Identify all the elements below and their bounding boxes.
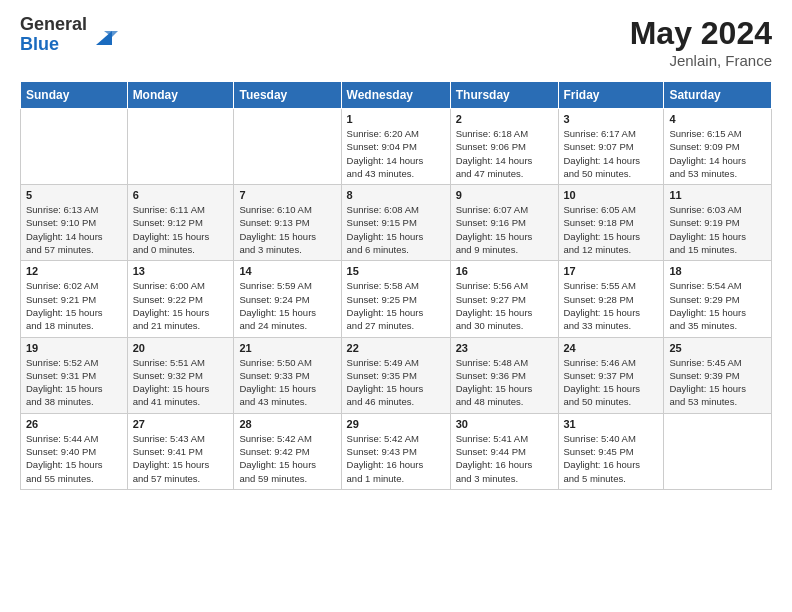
day-number: 22 — [347, 342, 445, 354]
calendar-cell: 2Sunrise: 6:18 AM Sunset: 9:06 PM Daylig… — [450, 109, 558, 185]
calendar-cell: 16Sunrise: 5:56 AM Sunset: 9:27 PM Dayli… — [450, 261, 558, 337]
calendar-cell: 6Sunrise: 6:11 AM Sunset: 9:12 PM Daylig… — [127, 185, 234, 261]
day-number: 25 — [669, 342, 766, 354]
week-row-3: 19Sunrise: 5:52 AM Sunset: 9:31 PM Dayli… — [21, 337, 772, 413]
day-info: Sunrise: 5:58 AM Sunset: 9:25 PM Dayligh… — [347, 279, 445, 332]
calendar-cell — [127, 109, 234, 185]
day-number: 7 — [239, 189, 335, 201]
day-number: 6 — [133, 189, 229, 201]
col-thursday: Thursday — [450, 82, 558, 109]
calendar-cell: 11Sunrise: 6:03 AM Sunset: 9:19 PM Dayli… — [664, 185, 772, 261]
svg-marker-1 — [104, 31, 118, 37]
header-row: Sunday Monday Tuesday Wednesday Thursday… — [21, 82, 772, 109]
day-number: 10 — [564, 189, 659, 201]
calendar-cell: 27Sunrise: 5:43 AM Sunset: 9:41 PM Dayli… — [127, 413, 234, 489]
calendar-cell: 22Sunrise: 5:49 AM Sunset: 9:35 PM Dayli… — [341, 337, 450, 413]
day-info: Sunrise: 5:41 AM Sunset: 9:44 PM Dayligh… — [456, 432, 553, 485]
day-info: Sunrise: 6:18 AM Sunset: 9:06 PM Dayligh… — [456, 127, 553, 180]
calendar-cell: 7Sunrise: 6:10 AM Sunset: 9:13 PM Daylig… — [234, 185, 341, 261]
day-info: Sunrise: 5:46 AM Sunset: 9:37 PM Dayligh… — [564, 356, 659, 409]
day-info: Sunrise: 5:45 AM Sunset: 9:39 PM Dayligh… — [669, 356, 766, 409]
calendar-cell: 8Sunrise: 6:08 AM Sunset: 9:15 PM Daylig… — [341, 185, 450, 261]
calendar-cell — [234, 109, 341, 185]
day-info: Sunrise: 6:11 AM Sunset: 9:12 PM Dayligh… — [133, 203, 229, 256]
week-row-1: 5Sunrise: 6:13 AM Sunset: 9:10 PM Daylig… — [21, 185, 772, 261]
day-number: 21 — [239, 342, 335, 354]
calendar-cell: 21Sunrise: 5:50 AM Sunset: 9:33 PM Dayli… — [234, 337, 341, 413]
day-number: 18 — [669, 265, 766, 277]
day-number: 13 — [133, 265, 229, 277]
day-info: Sunrise: 6:00 AM Sunset: 9:22 PM Dayligh… — [133, 279, 229, 332]
day-number: 3 — [564, 113, 659, 125]
day-info: Sunrise: 5:49 AM Sunset: 9:35 PM Dayligh… — [347, 356, 445, 409]
day-info: Sunrise: 6:08 AM Sunset: 9:15 PM Dayligh… — [347, 203, 445, 256]
calendar-cell: 18Sunrise: 5:54 AM Sunset: 9:29 PM Dayli… — [664, 261, 772, 337]
calendar-cell: 13Sunrise: 6:00 AM Sunset: 9:22 PM Dayli… — [127, 261, 234, 337]
calendar-cell — [664, 413, 772, 489]
col-friday: Friday — [558, 82, 664, 109]
calendar-cell: 5Sunrise: 6:13 AM Sunset: 9:10 PM Daylig… — [21, 185, 128, 261]
day-info: Sunrise: 5:54 AM Sunset: 9:29 PM Dayligh… — [669, 279, 766, 332]
day-info: Sunrise: 6:20 AM Sunset: 9:04 PM Dayligh… — [347, 127, 445, 180]
day-info: Sunrise: 6:10 AM Sunset: 9:13 PM Dayligh… — [239, 203, 335, 256]
day-info: Sunrise: 5:43 AM Sunset: 9:41 PM Dayligh… — [133, 432, 229, 485]
calendar-cell: 25Sunrise: 5:45 AM Sunset: 9:39 PM Dayli… — [664, 337, 772, 413]
day-number: 1 — [347, 113, 445, 125]
calendar-cell: 12Sunrise: 6:02 AM Sunset: 9:21 PM Dayli… — [21, 261, 128, 337]
day-number: 5 — [26, 189, 122, 201]
logo-text: General Blue — [20, 15, 87, 55]
col-wednesday: Wednesday — [341, 82, 450, 109]
day-number: 16 — [456, 265, 553, 277]
day-info: Sunrise: 6:05 AM Sunset: 9:18 PM Dayligh… — [564, 203, 659, 256]
day-number: 30 — [456, 418, 553, 430]
day-number: 26 — [26, 418, 122, 430]
logo: General Blue — [20, 15, 118, 55]
page: General Blue May 2024 Jenlain, France Su… — [0, 0, 792, 612]
day-info: Sunrise: 5:44 AM Sunset: 9:40 PM Dayligh… — [26, 432, 122, 485]
calendar-cell: 28Sunrise: 5:42 AM Sunset: 9:42 PM Dayli… — [234, 413, 341, 489]
week-row-4: 26Sunrise: 5:44 AM Sunset: 9:40 PM Dayli… — [21, 413, 772, 489]
title-location: Jenlain, France — [630, 52, 772, 69]
col-saturday: Saturday — [664, 82, 772, 109]
calendar-cell: 19Sunrise: 5:52 AM Sunset: 9:31 PM Dayli… — [21, 337, 128, 413]
calendar-cell: 9Sunrise: 6:07 AM Sunset: 9:16 PM Daylig… — [450, 185, 558, 261]
day-info: Sunrise: 5:50 AM Sunset: 9:33 PM Dayligh… — [239, 356, 335, 409]
calendar-cell: 20Sunrise: 5:51 AM Sunset: 9:32 PM Dayli… — [127, 337, 234, 413]
calendar-cell: 3Sunrise: 6:17 AM Sunset: 9:07 PM Daylig… — [558, 109, 664, 185]
day-number: 4 — [669, 113, 766, 125]
day-number: 14 — [239, 265, 335, 277]
day-number: 19 — [26, 342, 122, 354]
calendar-cell: 29Sunrise: 5:42 AM Sunset: 9:43 PM Dayli… — [341, 413, 450, 489]
day-number: 9 — [456, 189, 553, 201]
day-info: Sunrise: 5:48 AM Sunset: 9:36 PM Dayligh… — [456, 356, 553, 409]
calendar-cell: 31Sunrise: 5:40 AM Sunset: 9:45 PM Dayli… — [558, 413, 664, 489]
day-number: 8 — [347, 189, 445, 201]
day-info: Sunrise: 5:56 AM Sunset: 9:27 PM Dayligh… — [456, 279, 553, 332]
title-block: May 2024 Jenlain, France — [630, 15, 772, 69]
logo-blue: Blue — [20, 35, 87, 55]
calendar-table: Sunday Monday Tuesday Wednesday Thursday… — [20, 81, 772, 490]
col-tuesday: Tuesday — [234, 82, 341, 109]
day-info: Sunrise: 5:51 AM Sunset: 9:32 PM Dayligh… — [133, 356, 229, 409]
day-number: 23 — [456, 342, 553, 354]
day-number: 27 — [133, 418, 229, 430]
day-info: Sunrise: 6:13 AM Sunset: 9:10 PM Dayligh… — [26, 203, 122, 256]
calendar-cell: 14Sunrise: 5:59 AM Sunset: 9:24 PM Dayli… — [234, 261, 341, 337]
day-info: Sunrise: 6:07 AM Sunset: 9:16 PM Dayligh… — [456, 203, 553, 256]
day-number: 24 — [564, 342, 659, 354]
day-info: Sunrise: 5:52 AM Sunset: 9:31 PM Dayligh… — [26, 356, 122, 409]
day-number: 17 — [564, 265, 659, 277]
day-info: Sunrise: 5:42 AM Sunset: 9:42 PM Dayligh… — [239, 432, 335, 485]
calendar-cell: 23Sunrise: 5:48 AM Sunset: 9:36 PM Dayli… — [450, 337, 558, 413]
day-info: Sunrise: 5:55 AM Sunset: 9:28 PM Dayligh… — [564, 279, 659, 332]
day-info: Sunrise: 6:17 AM Sunset: 9:07 PM Dayligh… — [564, 127, 659, 180]
calendar-cell: 4Sunrise: 6:15 AM Sunset: 9:09 PM Daylig… — [664, 109, 772, 185]
calendar-cell: 26Sunrise: 5:44 AM Sunset: 9:40 PM Dayli… — [21, 413, 128, 489]
day-number: 20 — [133, 342, 229, 354]
col-monday: Monday — [127, 82, 234, 109]
header: General Blue May 2024 Jenlain, France — [20, 15, 772, 69]
day-number: 2 — [456, 113, 553, 125]
day-number: 31 — [564, 418, 659, 430]
week-row-0: 1Sunrise: 6:20 AM Sunset: 9:04 PM Daylig… — [21, 109, 772, 185]
calendar-cell: 1Sunrise: 6:20 AM Sunset: 9:04 PM Daylig… — [341, 109, 450, 185]
